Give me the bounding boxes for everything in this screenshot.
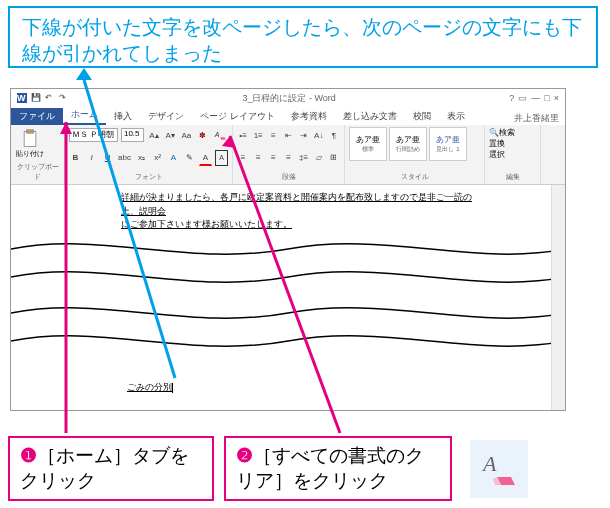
shading-icon[interactable]: ▱ xyxy=(313,150,325,166)
font-size-select[interactable]: 10.5 xyxy=(121,128,145,142)
vertical-scrollbar[interactable] xyxy=(551,185,565,410)
tab-file[interactable]: ファイル xyxy=(11,108,63,125)
sort-icon[interactable]: A↓ xyxy=(313,127,325,143)
document-area[interactable]: 詳細が決まりましたら、各戸に欧定案資料と開催案内を配布致しますので是非ご一読の上… xyxy=(11,185,565,410)
find-icon: 🔍 xyxy=(489,128,499,137)
quick-access-toolbar: W 💾 ↶ ↷ xyxy=(17,93,69,103)
svg-rect-0 xyxy=(24,132,36,147)
tab-home[interactable]: ホーム xyxy=(63,106,106,125)
italic-icon[interactable]: I xyxy=(85,150,98,166)
style-nospacing[interactable]: あア亜 行間詰め xyxy=(389,127,427,161)
group-styles: あア亜 標準 あア亜 行間詰め あア亜 見出し 1 スタイル xyxy=(345,125,485,184)
numbering-icon[interactable]: 1≡ xyxy=(252,127,264,143)
superscript-icon[interactable]: x² xyxy=(151,150,164,166)
redo-icon[interactable]: ↷ xyxy=(59,93,69,103)
replace-button[interactable]: 置換 xyxy=(489,138,536,149)
tab-insert[interactable]: 挿入 xyxy=(106,108,140,125)
paste-label: 貼り付け xyxy=(16,149,44,159)
ribbon-display-icon[interactable]: ▭ xyxy=(518,93,527,103)
page-break-wave-4 xyxy=(11,323,565,359)
close-icon[interactable]: × xyxy=(554,93,559,103)
svg-rect-1 xyxy=(27,130,34,133)
highlight-icon[interactable]: ✎ xyxy=(183,150,196,166)
clipboard-label: クリップボード xyxy=(15,162,60,182)
font-group-label: フォント xyxy=(69,172,228,182)
select-button[interactable]: 選択 xyxy=(489,149,536,160)
page-break-wave-2 xyxy=(11,259,565,295)
step1-number: ❶ xyxy=(20,445,37,466)
word-logo-icon: W xyxy=(17,93,27,103)
callout-step1: ❶［ホーム］タブをクリック xyxy=(8,436,214,501)
decrease-indent-icon[interactable]: ⇤ xyxy=(282,127,294,143)
svg-text:A: A xyxy=(214,131,220,138)
align-right-icon[interactable]: ≡ xyxy=(267,150,279,166)
find-button[interactable]: 🔍検索 xyxy=(489,127,536,138)
callout-top: 下線が付いた文字を改ページしたら、次のページの文字にも下線が引かれてしまった xyxy=(8,6,598,68)
step1-text: ［ホーム］タブをクリック xyxy=(20,445,189,491)
ribbon-tabs: ファイル ホーム 挿入 デザイン ページ レイアウト 参考資料 差し込み文書 校… xyxy=(11,107,565,125)
font-color-icon[interactable]: A xyxy=(199,150,212,166)
tab-view[interactable]: 表示 xyxy=(439,108,473,125)
text-cursor xyxy=(172,383,173,393)
tab-references[interactable]: 参考資料 xyxy=(283,108,335,125)
group-editing: 🔍検索 置換 選択 編集 xyxy=(485,125,541,184)
group-clipboard: 貼り付け クリップボード xyxy=(11,125,65,184)
document-title: 3_日程的に設定 - Word xyxy=(69,92,509,105)
callout-top-text: 下線が付いた文字を改ページしたら、次のページの文字にも下線が引かれてしまった xyxy=(22,16,582,64)
titlebar: W 💾 ↶ ↷ 3_日程的に設定 - Word ? ▭ — □ × xyxy=(11,89,565,107)
username: 井上香緒里 xyxy=(514,112,559,125)
change-case-icon[interactable]: Aa xyxy=(180,127,193,143)
document-paragraph: 詳細が決まりましたら、各戸に欧定案資料と開催案内を配布致しますので是非ご一読の上… xyxy=(121,191,481,232)
step2-number: ❷ xyxy=(236,445,253,466)
svg-marker-4 xyxy=(76,68,92,80)
increase-indent-icon[interactable]: ⇥ xyxy=(298,127,310,143)
grow-font-icon[interactable]: A▴ xyxy=(147,127,160,143)
tab-mailings[interactable]: 差し込み文書 xyxy=(335,108,405,125)
multilevel-icon[interactable]: ≡ xyxy=(267,127,279,143)
save-icon[interactable]: 💾 xyxy=(31,93,41,103)
svg-marker-3 xyxy=(220,137,226,139)
paste-button[interactable]: 貼り付け xyxy=(15,127,45,161)
tab-layout[interactable]: ページ レイアウト xyxy=(192,108,283,125)
clear-formatting-large-icon: A xyxy=(470,440,528,498)
undo-icon[interactable]: ↶ xyxy=(45,93,55,103)
svg-text:A: A xyxy=(481,451,497,476)
ribbon: 貼り付け クリップボード ＭＳ Ｐ明朝 10.5 A▴ A▾ Aa ✽ A B … xyxy=(11,125,565,185)
editing-group-label: 編集 xyxy=(489,172,536,182)
subscript-icon[interactable]: x₂ xyxy=(135,150,148,166)
borders-icon[interactable]: ⊞ xyxy=(328,150,340,166)
minimize-icon[interactable]: — xyxy=(531,93,540,103)
line-spacing-icon[interactable]: ‡≡ xyxy=(298,150,310,166)
tab-design[interactable]: デザイン xyxy=(140,108,192,125)
page2-text: ごみの分別 xyxy=(127,381,173,394)
align-left-icon[interactable]: ≡ xyxy=(237,150,249,166)
group-font: ＭＳ Ｐ明朝 10.5 A▴ A▾ Aa ✽ A B I U abc x₂ x²… xyxy=(65,125,233,184)
align-center-icon[interactable]: ≡ xyxy=(252,150,264,166)
step2-text: ［すべての書式のクリア］をクリック xyxy=(236,445,424,491)
maximize-icon[interactable]: □ xyxy=(544,93,549,103)
tab-review[interactable]: 校閲 xyxy=(405,108,439,125)
underline-icon[interactable]: U xyxy=(101,150,114,166)
group-paragraph: •≡ 1≡ ≡ ⇤ ⇥ A↓ ¶ ≡ ≡ ≡ ≡ ‡≡ ▱ ⊞ 段落 xyxy=(233,125,345,184)
text-effects-icon[interactable]: A xyxy=(167,150,180,166)
help-icon[interactable]: ? xyxy=(509,93,514,103)
styles-group-label: スタイル xyxy=(349,172,480,182)
style-heading1[interactable]: あア亜 見出し 1 xyxy=(429,127,467,161)
bullets-icon[interactable]: •≡ xyxy=(237,127,249,143)
show-marks-icon[interactable]: ¶ xyxy=(328,127,340,143)
paragraph-group-label: 段落 xyxy=(237,172,340,182)
shrink-font-icon[interactable]: A▾ xyxy=(164,127,177,143)
callout-step2: ❷［すべての書式のクリア］をクリック xyxy=(224,436,452,501)
justify-icon[interactable]: ≡ xyxy=(282,150,294,166)
phonetic-guide-icon[interactable]: ✽ xyxy=(196,127,209,143)
bold-icon[interactable]: B xyxy=(69,150,82,166)
font-select[interactable]: ＭＳ Ｐ明朝 xyxy=(69,128,118,142)
char-border-icon[interactable]: A xyxy=(215,150,228,166)
style-normal[interactable]: あア亜 標準 xyxy=(349,127,387,161)
clear-formatting-button[interactable]: A xyxy=(212,127,228,143)
strikethrough-icon[interactable]: abc xyxy=(117,150,132,166)
word-window: W 💾 ↶ ↷ 3_日程的に設定 - Word ? ▭ — □ × ファイル ホ… xyxy=(10,88,566,411)
